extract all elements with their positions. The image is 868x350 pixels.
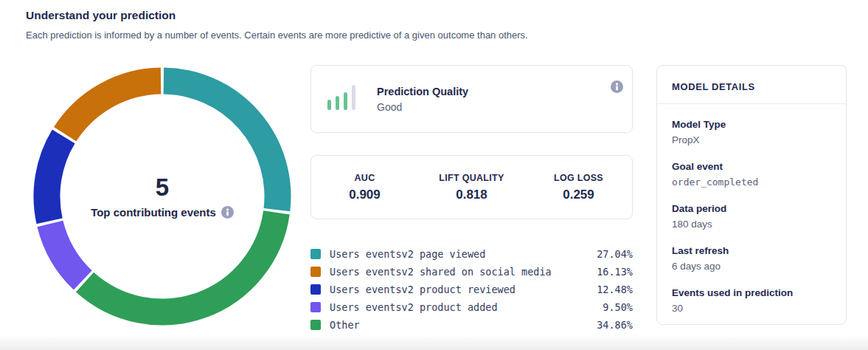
metric-auc: AUC0.909 bbox=[311, 173, 418, 202]
legend-swatch bbox=[310, 249, 321, 259]
model-details-card: MODEL DETAILS Model TypePropXGoal evento… bbox=[656, 65, 847, 325]
donut-center-label-row: Top contributing events bbox=[91, 206, 234, 219]
metric-label: AUC bbox=[311, 173, 418, 183]
metric-value: 0.818 bbox=[418, 188, 525, 202]
detail-field-model-type: Model TypePropX bbox=[672, 119, 831, 145]
metric-log-loss: LOG LOSS0.259 bbox=[525, 173, 632, 202]
detail-field-label: Data period bbox=[672, 203, 831, 214]
detail-field-last-refresh: Last refresh6 days ago bbox=[672, 245, 831, 272]
legend-row[interactable]: Users eventsv2 product reviewed12.48% bbox=[310, 281, 633, 298]
info-icon[interactable] bbox=[611, 80, 623, 93]
donut-segment-other[interactable] bbox=[85, 213, 277, 312]
legend-label: Users eventsv2 product reviewed bbox=[330, 284, 515, 295]
legend-label: Users eventsv2 product added bbox=[330, 301, 498, 313]
metric-label: LIFT QUALITY bbox=[418, 173, 525, 183]
donut-chart-svg bbox=[32, 66, 292, 326]
donut-center-label: Top contributing events bbox=[91, 206, 216, 219]
bottom-page-strip bbox=[0, 335, 868, 350]
model-details-fields: Model TypePropXGoal eventorder_completed… bbox=[657, 104, 846, 329]
donut-segment-users-eventsv2-product-reviewed[interactable] bbox=[46, 137, 63, 221]
legend-swatch bbox=[310, 284, 321, 295]
detail-field-goal-event: Goal eventorder_completed bbox=[672, 161, 831, 188]
legend-value: 27.04% bbox=[597, 248, 633, 260]
legend-row[interactable]: Users eventsv2 shared on social media16.… bbox=[310, 263, 633, 281]
legend-row[interactable]: Users eventsv2 product added9.50% bbox=[310, 298, 633, 316]
detail-field-label: Last refresh bbox=[672, 245, 831, 256]
prediction-quality-card: Prediction Quality Good bbox=[310, 65, 633, 133]
model-details-heading: MODEL DETAILS bbox=[657, 66, 846, 104]
detail-field-value: order_completed bbox=[672, 176, 831, 188]
detail-field-value: 30 bbox=[672, 303, 831, 314]
legend-row[interactable]: Other34.86% bbox=[310, 316, 633, 334]
quality-text-block: Prediction Quality Good bbox=[377, 86, 468, 113]
metric-value: 0.259 bbox=[525, 188, 632, 202]
detail-field-label: Goal event bbox=[672, 161, 831, 172]
detail-field-value: PropX bbox=[672, 134, 831, 145]
detail-field-label: Events used in prediction bbox=[672, 287, 831, 298]
donut-segment-users-eventsv2-shared-on-social-media[interactable] bbox=[65, 81, 161, 134]
donut-chart: 5 Top contributing events bbox=[32, 66, 292, 326]
legend-label: Other bbox=[330, 319, 360, 331]
detail-field-value: 6 days ago bbox=[672, 261, 831, 272]
page-subtitle: Each prediction is informed by a number … bbox=[26, 30, 528, 41]
legend-swatch bbox=[310, 320, 321, 330]
info-icon[interactable] bbox=[221, 206, 234, 219]
metric-label: LOG LOSS bbox=[525, 173, 632, 183]
metric-value: 0.909 bbox=[311, 188, 418, 202]
legend-value: 12.48% bbox=[597, 284, 633, 295]
donut-segment-users-eventsv2-product-added[interactable] bbox=[50, 224, 83, 280]
quality-card-title: Prediction Quality bbox=[377, 86, 468, 97]
legend-label: Users eventsv2 shared on social media bbox=[330, 266, 552, 278]
metrics-card: AUC0.909LIFT QUALITY0.818LOG LOSS0.259 bbox=[310, 155, 633, 219]
legend-swatch bbox=[310, 302, 321, 312]
chart-legend: Users eventsv2 page viewed27.04%Users ev… bbox=[310, 245, 633, 334]
signal-bars-icon bbox=[327, 85, 355, 113]
legend-value: 34.86% bbox=[597, 319, 633, 331]
legend-label: Users eventsv2 page viewed bbox=[330, 248, 485, 260]
detail-field-data-period: Data period180 days bbox=[672, 203, 831, 230]
middle-column: Prediction Quality Good AUC0.909LIFT QUA… bbox=[310, 65, 633, 334]
page-title: Understand your prediction bbox=[26, 9, 528, 22]
donut-segment-users-eventsv2-page-viewed[interactable] bbox=[164, 81, 278, 210]
legend-row[interactable]: Users eventsv2 page viewed27.04% bbox=[310, 245, 633, 263]
detail-field-value: 180 days bbox=[672, 219, 831, 230]
legend-value: 9.50% bbox=[603, 301, 633, 313]
detail-field-label: Model Type bbox=[672, 119, 831, 130]
quality-card-value: Good bbox=[377, 101, 468, 113]
page-header: Understand your prediction Each predicti… bbox=[26, 9, 528, 41]
metric-lift-quality: LIFT QUALITY0.818 bbox=[418, 173, 525, 202]
legend-swatch bbox=[310, 267, 321, 277]
detail-field-events-used-in-prediction: Events used in prediction30 bbox=[672, 287, 831, 314]
legend-value: 16.13% bbox=[597, 266, 633, 278]
